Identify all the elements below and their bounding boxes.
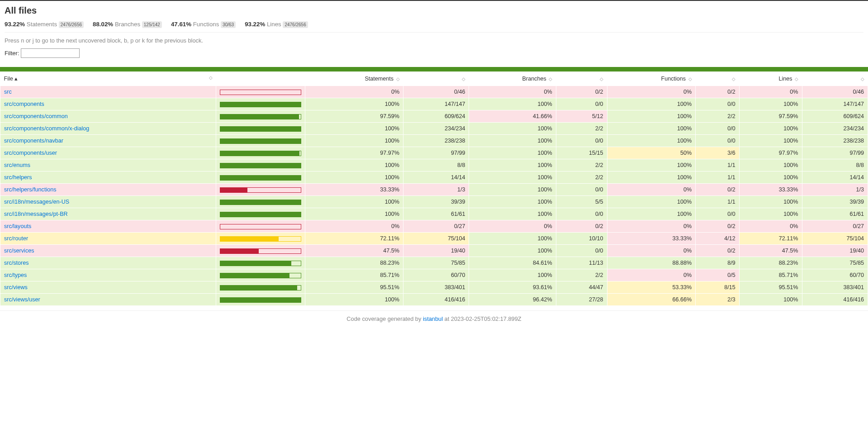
br-abs: 0/0 [556,98,607,110]
ln-pct: 100% [739,172,802,184]
col-statements[interactable]: Statements ◇ [305,72,403,86]
fn-abs: 0/2 [696,220,740,233]
filter-input[interactable] [21,48,80,58]
stmt-pct: 72.11% [305,233,403,245]
file-link[interactable]: src/i18n/messages/pt-BR [4,211,68,217]
col-file[interactable]: File◇ [0,72,216,86]
br-pct: 41.66% [469,110,556,123]
file-link[interactable]: src/enums [4,162,30,168]
coverage-bar [220,138,301,144]
stmt-abs: 234/234 [403,123,469,135]
file-link[interactable]: src/components/common/x-dialog [4,125,89,132]
file-cell: src/helpers [0,172,216,184]
coverage-bar-fill [220,139,301,143]
stmt-pct: 88.23% [305,257,403,269]
file-cell: src/layouts [0,220,216,233]
col-branches[interactable]: Branches ◇ [469,72,556,86]
br-pct: 100% [469,184,556,196]
br-pct: 93.61% [469,281,556,294]
bar-cell [216,220,305,233]
coverage-bar [220,126,301,132]
col-branches-abs[interactable]: ◇ [556,72,607,86]
file-link[interactable]: src/views [4,284,28,291]
file-link[interactable]: src/types [4,272,27,278]
stmt-abs: 609/624 [403,110,469,123]
col-label: Functions [661,76,686,82]
fn-pct: 100% [607,98,696,110]
stmt-pct: 100% [305,135,403,147]
bar-cell [216,184,305,196]
sorter-icon: ◇ [549,76,552,81]
file-cell: src/helpers/functions [0,184,216,196]
file-cell: src [0,86,216,98]
col-label: Lines [778,76,792,82]
file-link[interactable]: src/router [4,235,28,242]
br-pct: 100% [469,147,556,159]
col-functions-abs[interactable]: ◇ [696,72,740,86]
col-lines[interactable]: Lines ◇ [739,72,802,86]
br-abs: 2/2 [556,159,607,172]
sorter-icon: ◇ [732,76,735,81]
coverage-bar [220,114,301,119]
fn-pct: 100% [607,110,696,123]
fn-pct: 0% [607,269,696,281]
bar-cell [216,257,305,269]
bar-cell [216,172,305,184]
file-link[interactable]: src/components/user [4,150,57,156]
file-link[interactable]: src/components/navbar [4,138,63,144]
file-link[interactable]: src/i18n/messages/en-US [4,199,69,205]
ln-abs: 75/85 [802,257,868,269]
stmt-abs: 39/39 [403,196,469,208]
footer-link[interactable]: istanbul [423,315,443,322]
coverage-bar [220,212,301,217]
file-link[interactable]: src/layouts [4,223,31,229]
stmt-abs: 75/85 [403,257,469,269]
br-pct: 100% [469,98,556,110]
file-link[interactable]: src/views/user [4,296,40,303]
coverage-bar [220,285,301,291]
file-link[interactable]: src/helpers/functions [4,186,57,193]
ln-abs: 238/238 [802,135,868,147]
br-pct: 100% [469,245,556,257]
table-row: src/services47.5%19/40100%0/00%0/247.5%1… [0,245,868,257]
table-row: src/i18n/messages/en-US100%39/39100%5/51… [0,196,868,208]
br-pct: 100% [469,196,556,208]
file-cell: src/stores [0,257,216,269]
table-row: src/stores88.23%75/8584.61%11/1388.88%8/… [0,257,868,269]
file-link[interactable]: src/stores [4,260,29,266]
br-abs: 0/0 [556,245,607,257]
file-cell: src/i18n/messages/en-US [0,196,216,208]
table-row: src/components/common/x-dialog100%234/23… [0,123,868,135]
coverage-bar-fill [220,298,301,302]
table-row: src/helpers/functions33.33%1/3100%0/00%0… [0,184,868,196]
file-link[interactable]: src/components/common [4,113,68,119]
summary-pct: 47.61% [171,21,191,28]
footer-suffix: at 2023-02-25T05:02:17.899Z [443,315,522,322]
file-link[interactable]: src [4,89,12,95]
col-functions[interactable]: Functions ◇ [607,72,696,86]
ln-pct: 100% [739,159,802,172]
table-row: src0%0/460%0/20%0/20%0/46 [0,86,868,98]
sorter-icon: ◇ [688,76,692,81]
table-row: src/helpers100%14/14100%2/2100%1/1100%14… [0,172,868,184]
file-link[interactable]: src/components [4,101,44,107]
fn-abs: 1/1 [696,172,740,184]
bar-cell [216,245,305,257]
file-link[interactable]: src/helpers [4,174,32,181]
br-abs: 2/2 [556,172,607,184]
br-abs: 44/47 [556,281,607,294]
summary-label: Lines [267,21,281,28]
stmt-abs: 1/3 [403,184,469,196]
file-link[interactable]: src/services [4,248,34,254]
ln-pct: 88.23% [739,257,802,269]
table-row: src/components/navbar100%238/238100%0/01… [0,135,868,147]
br-abs: 2/2 [556,123,607,135]
table-row: src/components/common97.59%609/62441.66%… [0,110,868,123]
table-row: src/views/user100%416/41696.42%27/2866.6… [0,294,868,306]
col-lines-abs[interactable]: ◇ [802,72,868,86]
col-statements-abs[interactable]: ◇ [403,72,469,86]
fn-abs: 0/0 [696,208,740,220]
ln-pct: 97.97% [739,147,802,159]
file-cell: src/views [0,281,216,294]
table-row: src/router72.11%75/104100%10/1033.33%4/1… [0,233,868,245]
